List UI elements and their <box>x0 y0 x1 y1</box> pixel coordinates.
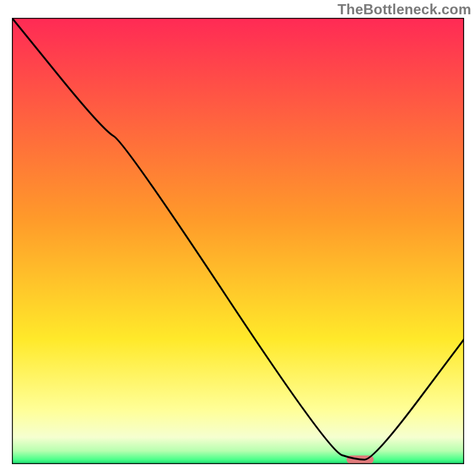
watermark-text: TheBottleneck.com <box>337 1 471 18</box>
chart-container: TheBottleneck.com <box>0 0 476 476</box>
plot-area <box>12 18 464 464</box>
chart-svg <box>12 18 464 464</box>
chart-background <box>12 18 464 464</box>
